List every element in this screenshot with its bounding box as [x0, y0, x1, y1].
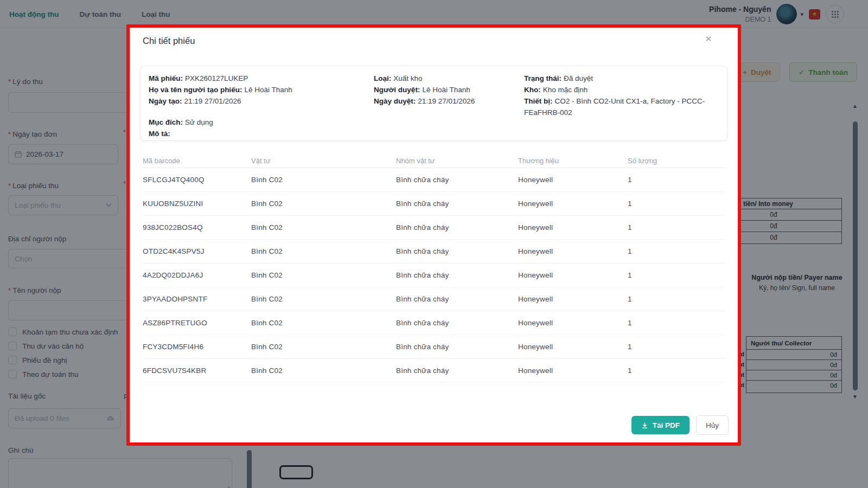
info-label: Kho:: [524, 86, 541, 94]
info-line: Loại:Xuất kho: [374, 73, 524, 84]
table-cell: Bình C02: [251, 271, 396, 279]
voucher-info-card: Mã phiếu:PXK260127LUKEPHọ và tên người t…: [140, 66, 727, 141]
table-cell: Honeywell: [518, 319, 628, 327]
close-icon[interactable]: ✕: [705, 34, 712, 44]
info-label: Mô tả:: [149, 130, 170, 138]
table-cell: Honeywell: [518, 271, 628, 279]
table-cell: Bình chữa cháy: [396, 223, 518, 232]
table-cell: 1: [628, 271, 725, 279]
table-row: 938JC022BOS4QBình C02Bình chữa cháyHoney…: [143, 216, 725, 240]
table-cell: 1: [628, 200, 725, 208]
app-root: Hoạt động thuDự toán thuLoại thu Pihome …: [0, 0, 868, 488]
info-label: Thiết bị:: [524, 97, 553, 105]
info-value: Sử dụng: [185, 118, 213, 126]
table-cell: Bình chữa cháy: [396, 247, 518, 255]
table-cell: Bình chữa cháy: [396, 176, 518, 184]
table-cell: 1: [628, 176, 725, 184]
column-header-va-t-tu: Vật tư: [251, 157, 396, 165]
table-cell: FCY3CDM5FI4H6: [143, 343, 251, 351]
download-pdf-button[interactable]: Tải PDF: [631, 416, 690, 434]
table-cell: 1: [628, 295, 725, 303]
table-cell: Bình chữa cháy: [396, 343, 518, 351]
cancel-button[interactable]: Hủy: [696, 415, 729, 435]
table-cell: Bình C02: [251, 200, 396, 208]
table-cell: Bình chữa cháy: [396, 295, 518, 303]
info-column-1: Mã phiếu:PXK260127LUKEPHọ và tên người t…: [149, 73, 374, 140]
table-row: KUUOBNZ5UZINIBình C02Bình chữa cháyHoney…: [143, 192, 725, 216]
table-cell: 1: [628, 367, 725, 375]
table-row: SFLCGJ4TQ400QBình C02Bình chữa cháyHoney…: [143, 168, 725, 192]
table-row: 4A2DQ02DDJA6JBình C02Bình chữa cháyHoney…: [143, 264, 725, 287]
info-label: Mã phiếu:: [149, 74, 183, 82]
table-cell: 1: [628, 319, 725, 327]
info-line: Ngày tạo:21:19 27/01/2026: [149, 95, 374, 107]
table-cell: Honeywell: [518, 367, 628, 375]
table-row: FCY3CDM5FI4H6Bình C02Bình chữa cháyHoney…: [143, 335, 725, 359]
table-cell: Honeywell: [518, 176, 628, 184]
table-cell: ASZ86PTRETUGO: [143, 319, 251, 327]
table-cell: 1: [628, 343, 725, 351]
table-cell: Bình C02: [251, 247, 396, 255]
info-line: Họ và tên người tạo phiếu:Lê Hoài Thanh: [149, 84, 374, 95]
info-value: Lê Hoài Thanh: [244, 86, 292, 94]
table-cell: Honeywell: [518, 200, 628, 208]
info-line: Trạng thái:Đã duyệt: [524, 73, 718, 84]
info-line: Mô tả:: [149, 128, 374, 139]
table-row: ASZ86PTRETUGOBình C02Bình chữa cháyHoney…: [143, 311, 725, 335]
info-label: Người duyệt:: [374, 86, 420, 94]
column-header-thu-o-ng-hie-u: Thương hiệu: [518, 157, 628, 165]
info-line: Thiết bị:CO2 - Bình CO2-Unit CX1-a, Fact…: [524, 95, 718, 118]
info-line: Mục đích:Sử dụng: [149, 117, 374, 128]
table-row: 6FDCSVU7S4KBRBình C02Bình chữa cháyHoney…: [143, 359, 725, 383]
table-cell: Honeywell: [518, 223, 628, 232]
table-cell: 6FDCSVU7S4KBR: [143, 367, 251, 375]
table-cell: Bình chữa cháy: [396, 200, 518, 208]
modal-footer: Tải PDF Hủy: [631, 415, 729, 435]
table-cell: 1: [628, 247, 725, 255]
info-value: Kho mặc định: [543, 86, 588, 94]
table-cell: KUUOBNZ5UZINI: [143, 200, 251, 208]
table-cell: 1: [628, 223, 725, 232]
info-label: Ngày tạo:: [149, 97, 182, 105]
column-header-nho-m-va-t-tu: Nhóm vật tư: [396, 157, 518, 165]
table-cell: Bình chữa cháy: [396, 367, 518, 375]
column-header-so-lu-o-ng: Số lượng: [628, 157, 725, 165]
table-cell: Bình C02: [251, 223, 396, 232]
info-label: Loại:: [374, 74, 391, 82]
table-cell: Honeywell: [518, 295, 628, 303]
download-icon: [641, 422, 648, 429]
info-value: 21:19 27/01/2026: [184, 97, 241, 105]
info-col1-extra: Mục đích:Sử dụngMô tả:: [149, 117, 374, 139]
info-value: Lê Hoài Thanh: [422, 86, 470, 94]
info-label: Ngày duyệt:: [374, 97, 416, 105]
info-col2: Loại:Xuất khoNgười duyệt:Lê Hoài ThanhNg…: [374, 73, 524, 140]
table-cell: Bình C02: [251, 319, 396, 327]
table-cell: Honeywell: [518, 247, 628, 255]
table-cell: Bình C02: [251, 176, 396, 184]
info-line: Mã phiếu:PXK260127LUKEP: [149, 73, 374, 84]
info-label: Trạng thái:: [524, 74, 561, 82]
info-value: Xuất kho: [393, 74, 422, 82]
table-cell: SFLCGJ4TQ400Q: [143, 176, 251, 184]
table-cell: Bình C02: [251, 367, 396, 375]
table-cell: Bình C02: [251, 295, 396, 303]
table-cell: 4A2DQ02DDJA6J: [143, 271, 251, 279]
table-cell: Honeywell: [518, 343, 628, 351]
info-col1-main: Mã phiếu:PXK260127LUKEPHọ và tên người t…: [149, 73, 374, 107]
table-cell: Bình chữa cháy: [396, 319, 518, 327]
table-cell: Bình C02: [251, 343, 396, 351]
info-line: Kho:Kho mặc định: [524, 84, 718, 95]
info-col3: Trạng thái:Đã duyệtKho:Kho mặc địnhThiết…: [524, 73, 718, 140]
table-cell: 3PYAADOHPSNTF: [143, 295, 251, 303]
voucher-detail-modal: Chi tiết phiếu ✕ Mã phiếu:PXK260127LUKEP…: [126, 24, 741, 446]
items-table-header: Mã barcodeVật tưNhóm vật tưThương hiệuSố…: [143, 153, 725, 168]
info-value: Đã duyệt: [564, 74, 593, 82]
info-value: 21:19 27/01/2026: [418, 97, 475, 105]
info-line: Ngày duyệt:21:19 27/01/2026: [374, 95, 524, 107]
items-table-body: SFLCGJ4TQ400QBình C02Bình chữa cháyHoney…: [143, 168, 725, 383]
info-value: PXK260127LUKEP: [185, 74, 248, 82]
items-table: Mã barcodeVật tưNhóm vật tưThương hiệuSố…: [143, 153, 725, 383]
info-label: Họ và tên người tạo phiếu:: [149, 86, 242, 94]
table-row: OTD2C4K4SPV5JBình C02Bình chữa cháyHoney…: [143, 240, 725, 264]
info-line: Người duyệt:Lê Hoài Thanh: [374, 84, 524, 95]
